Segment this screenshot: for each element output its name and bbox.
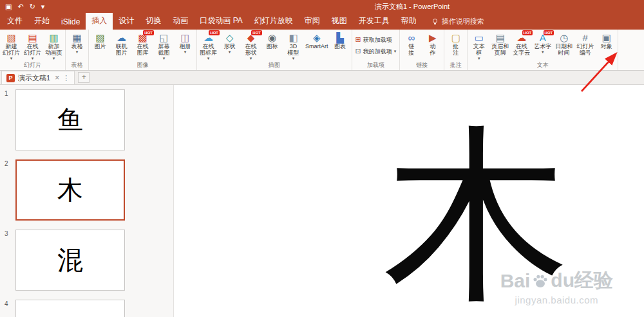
- button-label-line: 我的加载项: [363, 48, 392, 55]
- slide-thumbnail-row: 1鱼: [15, 89, 173, 150]
- ribbon-button-link[interactable]: ∞链接: [401, 30, 422, 60]
- ribbon-group-label-images: 图像: [90, 60, 196, 70]
- powerpoint-file-icon: P: [6, 74, 15, 82]
- workspace: 1鱼2木3混4 木 Bai du经验: [0, 85, 644, 317]
- button-label: 在线图标库: [200, 43, 217, 56]
- tab-review[interactable]: 审阅: [299, 12, 326, 30]
- new-document-tab-button[interactable]: +: [78, 72, 90, 83]
- tell-me-search[interactable]: 操作说明搜索: [431, 17, 484, 26]
- watermark-text-bai: Bai: [500, 270, 531, 292]
- slide-number-label: 2: [5, 160, 8, 167]
- get-add-ins-icon: ⊞: [355, 35, 361, 44]
- ribbon-button-smartart[interactable]: ◈SmartArt: [304, 30, 330, 60]
- ribbon-button-online-pictures[interactable]: ☁联机图片: [111, 30, 132, 60]
- save-icon[interactable]: ▣: [5, 0, 12, 13]
- document-tab-bar: P 演示文稿1 × ⋮ +: [0, 71, 644, 85]
- ribbon-button-icons[interactable]: ◉图标: [261, 30, 283, 60]
- ribbon-group-text: ▭文本框▾▤页眉和页脚HOT☁在线文字云HOTA艺术字▾◷日期和时间#幻灯片编号…: [468, 30, 618, 70]
- button-label-line: 图片: [95, 43, 106, 50]
- button-label-line: 表格: [71, 43, 83, 50]
- undo-icon[interactable]: ↶: [17, 0, 23, 13]
- ribbon-button-text-box[interactable]: ▭文本框▾: [468, 30, 489, 60]
- document-tab-menu-icon[interactable]: ⋮: [62, 74, 70, 82]
- ribbon-button-slide-number[interactable]: #幻灯片编号: [574, 30, 596, 60]
- baidu-paw-icon: [531, 272, 549, 290]
- button-label-line: 截图: [158, 50, 170, 56]
- ribbon-button-new-animation-page[interactable]: ▥新加动画页▾: [43, 30, 64, 60]
- pictures-icon: ▨: [95, 32, 104, 43]
- tab-insert[interactable]: 插入: [86, 12, 113, 30]
- ribbon-button-3d-models[interactable]: ◧3D模型▾: [283, 30, 304, 60]
- new-animation-page-icon: ▥: [49, 32, 58, 43]
- ribbon-button-new-slide[interactable]: ▧新建幻灯片▾: [1, 30, 22, 60]
- ribbon-button-online-shapes[interactable]: HOT◆在线形状▾: [240, 30, 261, 60]
- tab-view[interactable]: 视图: [326, 12, 353, 30]
- dropdown-caret-icon: ▾: [207, 56, 210, 60]
- tab-transitions[interactable]: 切换: [140, 12, 167, 30]
- ribbon-button-my-add-ins[interactable]: ⊡我的加载项▾: [355, 47, 397, 55]
- button-label-line: 图库: [137, 50, 149, 56]
- button-label-line: 形状: [245, 50, 257, 56]
- button-label: 图表: [334, 43, 346, 50]
- ribbon-group-label-comments: 批注: [445, 60, 466, 70]
- ribbon-button-online-icon-library[interactable]: HOT☁在线图标库▾: [198, 30, 219, 60]
- slide-thumbnail-3[interactable]: 混: [15, 230, 125, 291]
- ribbon-button-table[interactable]: ▦表格▾: [66, 30, 88, 60]
- hot-badge: HOT: [143, 30, 154, 35]
- button-label: 形状: [224, 43, 236, 50]
- ribbon-button-comment[interactable]: ▢批注: [445, 30, 466, 60]
- button-label-line: 屏幕: [158, 43, 170, 50]
- tab-file[interactable]: 文件: [1, 12, 28, 30]
- repeat-icon[interactable]: ↻: [30, 0, 35, 13]
- button-label-line: 幻灯片: [576, 43, 594, 50]
- ribbon-group-label-links: 链接: [401, 60, 443, 70]
- ribbon-button-wordart[interactable]: HOTA艺术字▾: [532, 30, 553, 60]
- tab-islide[interactable]: iSlide: [55, 14, 86, 30]
- ribbon-button-get-add-ins[interactable]: ⊞获取加载项: [355, 35, 397, 44]
- button-label-line: 页脚: [495, 50, 506, 56]
- powerpoint-window: ▣↶↻▾ 演示文稿1 - PowerPoint 文件开始iSlide插入设计切换…: [0, 0, 644, 317]
- button-label: 文本框: [473, 43, 485, 56]
- button-label-line: 图片: [116, 50, 128, 56]
- ribbon-button-date-time[interactable]: ◷日期和时间: [553, 30, 574, 60]
- my-add-ins-icon: ⊡: [355, 47, 361, 55]
- ribbon-button-object[interactable]: ▣对象: [596, 30, 617, 60]
- ribbon-button-online-slides[interactable]: ▤在线幻灯片▾: [22, 30, 43, 60]
- ribbon-button-online-word-cloud[interactable]: HOT☁在线文字云: [511, 30, 532, 60]
- button-label-line: 框: [476, 50, 482, 56]
- new-slide-icon: ▧: [6, 32, 15, 43]
- slide-thumbnail-row: 4: [15, 300, 173, 317]
- ribbon-button-screenshot[interactable]: ◱屏幕截图▾: [153, 30, 175, 60]
- ribbon-button-action[interactable]: ▶动作: [422, 30, 443, 60]
- button-label: 图标: [267, 43, 278, 50]
- tab-design[interactable]: 设计: [113, 12, 140, 30]
- document-tab[interactable]: P 演示文稿1 × ⋮: [1, 71, 75, 84]
- slide-number-label: 4: [5, 300, 8, 307]
- ribbon-button-online-gallery[interactable]: HOT▩在线图库: [132, 30, 153, 60]
- button-label: 图片: [95, 43, 106, 50]
- tab-animations[interactable]: 动画: [167, 12, 194, 30]
- slide-thumbnail-4[interactable]: [15, 300, 125, 317]
- tab-developer[interactable]: 开发工具: [353, 12, 395, 30]
- slide-thumbnail-2[interactable]: 木: [15, 159, 125, 221]
- slide-thumbnail-1[interactable]: 鱼: [15, 89, 125, 150]
- ribbon-button-pictures[interactable]: ▨图片: [90, 30, 111, 60]
- ribbon-button-chart[interactable]: ▙图表: [330, 30, 351, 60]
- button-label-line: 在线: [203, 43, 214, 50]
- tab-help[interactable]: 帮助: [395, 12, 422, 30]
- close-document-tab-icon[interactable]: ×: [55, 73, 59, 82]
- button-label: 批注: [453, 43, 459, 56]
- tab-pocket-animation[interactable]: 口袋动画 PA: [194, 12, 248, 30]
- customize-quick-access-icon[interactable]: ▾: [41, 0, 45, 13]
- slide-thumbnail-row: 3混: [15, 230, 173, 291]
- tab-slide-show[interactable]: 幻灯片放映: [249, 12, 299, 30]
- dropdown-caret-icon: ▾: [53, 56, 55, 60]
- hot-badge: HOT: [209, 30, 220, 35]
- ribbon-group-images: ▨图片☁联机图片HOT▩在线图库◱屏幕截图▾◫相册▾图像: [89, 30, 197, 70]
- slide-editing-canvas[interactable]: 木 Bai du经验 jingyan.baidu: [174, 85, 644, 317]
- ribbon-button-header-footer[interactable]: ▤页眉和页脚: [489, 30, 511, 60]
- ribbon-button-shapes[interactable]: ◇形状▾: [219, 30, 240, 60]
- tab-home[interactable]: 开始: [28, 12, 55, 30]
- ribbon-group-illustrations: HOT☁在线图标库▾◇形状▾HOT◆在线形状▾◉图标◧3D模型▾◈SmartAr…: [197, 30, 352, 70]
- ribbon-button-photo-album[interactable]: ◫相册▾: [175, 30, 196, 60]
